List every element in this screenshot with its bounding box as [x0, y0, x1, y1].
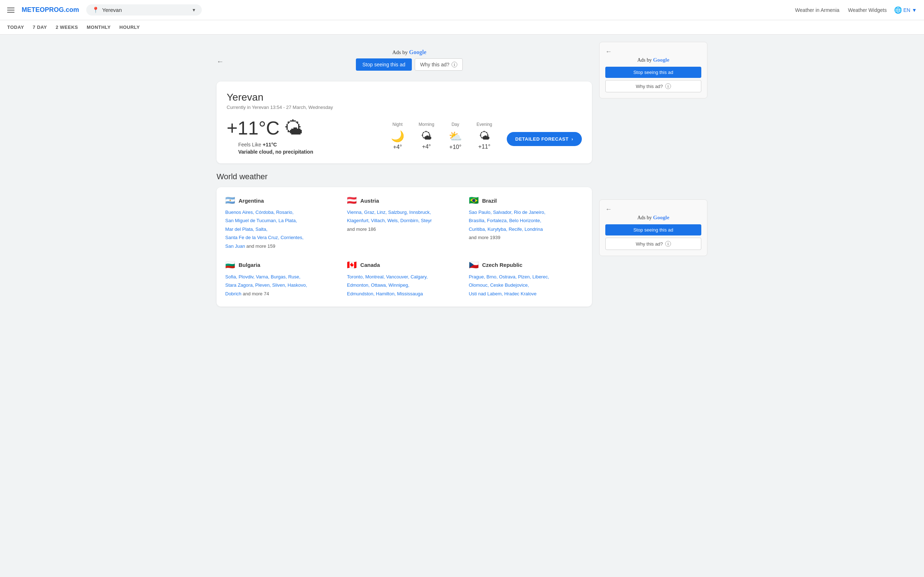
city-link[interactable]: Stara Zagora	[225, 282, 253, 288]
city-link[interactable]: Buenos Aires	[225, 210, 253, 215]
city-link[interactable]: Brno	[486, 274, 496, 279]
countries-card: 🇦🇷 Argentina Buenos Aires, Córdoba, Rosa…	[216, 187, 592, 306]
top-why-ad-button[interactable]: Why this ad? ℹ	[415, 58, 463, 71]
city-link[interactable]: Kurytyba	[488, 226, 506, 232]
right-why-ad-button-1[interactable]: Why this ad? ℹ	[605, 80, 701, 92]
right-ad-2: ← Ads by Google Stop seeing this ad Why …	[599, 200, 708, 256]
subnav-monthly[interactable]: MONTHLY	[87, 20, 111, 34]
flag-bulgaria: 🇧🇬	[225, 260, 235, 270]
right-ad-back-arrow-2[interactable]: ←	[605, 206, 701, 213]
top-ads-by-label: Ads by Google	[227, 49, 592, 56]
city-link[interactable]: Burgas	[271, 274, 286, 279]
city-link[interactable]: Ostrava	[499, 274, 516, 279]
top-ad-back-arrow[interactable]: ←	[216, 57, 224, 66]
city-link[interactable]: Córdoba	[255, 210, 274, 215]
city-link[interactable]: Montreal	[365, 274, 384, 279]
city-link[interactable]: Graz	[364, 210, 374, 215]
city-link[interactable]: Ceske Budejovice	[490, 282, 528, 288]
nav-weather-widgets[interactable]: Weather Widgets	[848, 7, 887, 13]
city-link[interactable]: Hradec Kralove	[504, 291, 537, 297]
lang-arrow-icon: ▼	[912, 7, 917, 13]
forecast-strip: Night 🌙 +4° Morning 🌤 +4° Day ⛅ +10°	[384, 122, 582, 150]
country-bulgaria: 🇧🇬 Bulgaria Sofia, Plovdiv, Varna, Burga…	[225, 260, 340, 298]
city-link[interactable]: Innsbruck	[409, 210, 430, 215]
weather-card: Yerevan Currently in Yerevan 13:54 - 27 …	[216, 82, 592, 163]
detailed-forecast-button[interactable]: DETAILED FORECAST ›	[507, 132, 582, 146]
city-link[interactable]: Dobrich	[225, 291, 241, 297]
city-link[interactable]: Salvador	[493, 210, 512, 215]
city-link[interactable]: Fortaleza	[487, 218, 506, 223]
city-link[interactable]: Rosario	[276, 210, 292, 215]
city-link[interactable]: Ottawa	[371, 282, 386, 288]
city-link[interactable]: Usti nad Labem	[469, 291, 502, 297]
country-header-argentina: 🇦🇷 Argentina	[225, 196, 340, 205]
top-stop-ad-button[interactable]: Stop seeing this ad	[356, 58, 412, 71]
city-link[interactable]: Brasília	[469, 218, 485, 223]
city-link[interactable]: Corrientes	[281, 235, 302, 240]
city-link[interactable]: Liberec	[532, 274, 548, 279]
city-link[interactable]: Villach	[371, 218, 385, 223]
subnav-2weeks[interactable]: 2 WEEKS	[56, 20, 78, 34]
city-link[interactable]: Curitiba	[469, 226, 485, 232]
country-name-argentina: Argentina	[239, 198, 264, 204]
city-link[interactable]: Hamilton	[376, 291, 394, 297]
subnav-7day[interactable]: 7 DAY	[33, 20, 47, 34]
country-name-bulgaria: Bulgaria	[239, 262, 260, 268]
city-link[interactable]: Ruse	[288, 274, 299, 279]
city-link[interactable]: Varna	[256, 274, 268, 279]
city-link[interactable]: Sofia	[225, 274, 236, 279]
city-link[interactable]: Vancouver	[386, 274, 408, 279]
city-link[interactable]: Pleven	[255, 282, 270, 288]
city-link[interactable]: Belo Horizonte	[509, 218, 540, 223]
language-selector[interactable]: 🌐 EN ▼	[894, 6, 917, 14]
city-link[interactable]: Sliven	[272, 282, 285, 288]
city-link[interactable]: Londrina	[525, 226, 543, 232]
city-link[interactable]: San Juan	[225, 243, 245, 249]
city-link[interactable]: Wels	[387, 218, 398, 223]
world-weather-section: World weather 🇦🇷 Argentina Buenos Aires,…	[216, 172, 592, 306]
city-link[interactable]: Dornbirn	[400, 218, 418, 223]
feels-section: Feels Like +11°C Variable cloud, no prec…	[227, 142, 313, 155]
city-link[interactable]: Mar del Plata	[225, 226, 253, 232]
city-link[interactable]: Salta	[255, 226, 267, 232]
location-selector[interactable]: 📍 Yerevan ▼	[86, 4, 202, 16]
country-header-canada: 🇨🇦 Canada	[347, 260, 461, 270]
city-link[interactable]: Haskovo	[288, 282, 306, 288]
more-link-austria: and more 186	[347, 226, 376, 232]
city-link[interactable]: Steyr	[421, 218, 432, 223]
city-link[interactable]: Calgary	[410, 274, 426, 279]
right-stop-ad-button-2[interactable]: Stop seeing this ad	[605, 224, 701, 235]
right-why-ad-button-2[interactable]: Why this ad? ℹ	[605, 238, 701, 250]
city-links-austria: Vienna, Graz, Linz, Salzburg, Innsbruck,…	[347, 208, 461, 233]
city-link[interactable]: Edmonton	[347, 282, 368, 288]
city-link[interactable]: Klagenfurt	[347, 218, 368, 223]
city-link[interactable]: Mississauga	[397, 291, 423, 297]
city-link[interactable]: Plzen	[518, 274, 530, 279]
city-link[interactable]: Rio de Janeiro	[514, 210, 544, 215]
city-link[interactable]: San Miguel de Tucuman	[225, 218, 276, 223]
city-link[interactable]: Salzburg	[388, 210, 406, 215]
city-link[interactable]: Santa Fe de la Vera Cruz	[225, 235, 278, 240]
right-stop-ad-button-1[interactable]: Stop seeing this ad	[605, 67, 701, 78]
nav-weather-armenia[interactable]: Weather in Armenia	[795, 7, 840, 13]
flag-canada: 🇨🇦	[347, 260, 357, 270]
city-link[interactable]: Recife	[509, 226, 522, 232]
city-link[interactable]: Olomouc	[469, 282, 488, 288]
right-info-icon-2: ℹ	[665, 241, 671, 247]
main-layout: ← Ads by Google Stop seeing this ad Why …	[209, 35, 715, 314]
city-link[interactable]: Winnipeg	[388, 282, 408, 288]
city-link[interactable]: Plovdiv	[239, 274, 254, 279]
subnav-today[interactable]: TODAY	[7, 20, 24, 34]
subnav-hourly[interactable]: HOURLY	[120, 20, 140, 34]
city-link[interactable]: Linz	[377, 210, 386, 215]
city-link[interactable]: Toronto	[347, 274, 362, 279]
hamburger-menu[interactable]	[7, 8, 15, 13]
city-link[interactable]: Edmundston	[347, 291, 373, 297]
country-argentina: 🇦🇷 Argentina Buenos Aires, Córdoba, Rosa…	[225, 196, 340, 250]
city-link[interactable]: Vienna	[347, 210, 361, 215]
city-link[interactable]: La Plata	[278, 218, 296, 223]
country-czech-republic: 🇨🇿 Czech Republic Prague, Brno, Ostrava,…	[469, 260, 583, 298]
city-link[interactable]: Sao Paulo	[469, 210, 491, 215]
city-link[interactable]: Prague	[469, 274, 484, 279]
right-ad-back-arrow-1[interactable]: ←	[605, 48, 701, 56]
